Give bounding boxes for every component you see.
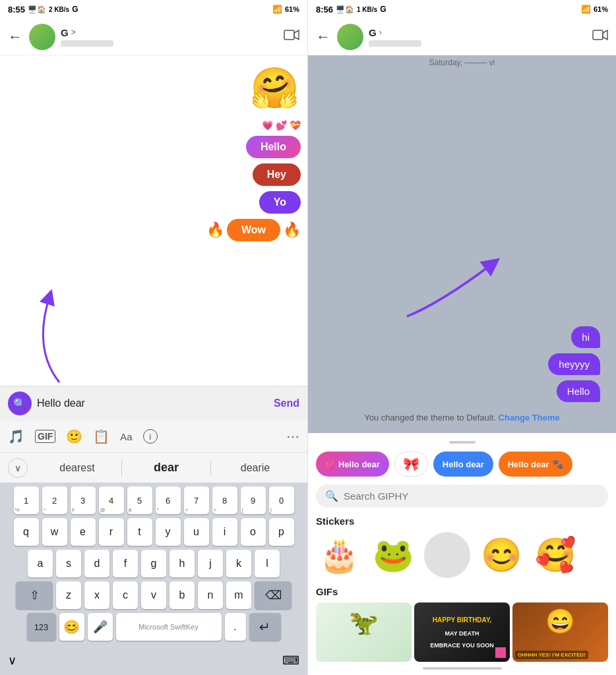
qr-hello-dear-orange[interactable]: Hello dear 🐾 (499, 452, 572, 477)
back-button[interactable]: ← (8, 28, 22, 45)
key-6[interactable]: 6* (156, 486, 181, 514)
qr-hello-dear-pink[interactable]: 💕 Hello dear (316, 452, 389, 477)
msg-hello: Hello (557, 380, 600, 402)
sticker-cake[interactable]: 🎂 (316, 532, 362, 578)
info-toolbar-icon[interactable]: i (143, 429, 158, 444)
theme-change-notice: You changed the theme to Default. Change… (308, 413, 616, 423)
key-c[interactable]: c (113, 581, 138, 609)
more-toolbar-icon[interactable]: ⋯ (286, 428, 299, 444)
quick-replies: 💕 Hello dear 🎀 Hello dear Hello dear 🐾 (308, 452, 616, 484)
key-backspace[interactable]: ⌫ (255, 581, 292, 609)
key-h[interactable]: h (169, 550, 195, 577)
key-9[interactable]: 9{ (241, 486, 266, 514)
key-0[interactable]: 0} (269, 486, 294, 514)
key-i[interactable]: i (212, 518, 237, 546)
key-r[interactable]: r (99, 518, 124, 546)
key-t[interactable]: t (127, 518, 152, 546)
key-period[interactable]: . (225, 613, 246, 641)
emoji-toolbar-icon[interactable]: 🙂 (66, 428, 82, 444)
right-back-button[interactable]: ← (316, 28, 330, 45)
sticker-wow[interactable]: Wow (227, 219, 280, 241)
key-return[interactable]: ↵ (249, 613, 281, 641)
key-z[interactable]: z (56, 581, 81, 609)
key-q[interactable]: q (14, 518, 39, 546)
autocomplete-left[interactable]: dearest (33, 462, 121, 474)
key-m[interactable]: m (226, 581, 251, 609)
key-1[interactable]: 1% (14, 486, 39, 514)
key-b[interactable]: b (169, 581, 195, 609)
key-k[interactable]: k (226, 550, 251, 577)
giphy-search-input[interactable] (344, 490, 599, 502)
keyboard-row-bottom: 123 😊 🎤 Microsoft SwiftKey . ↵ (3, 613, 305, 641)
left-avatar[interactable] (29, 24, 55, 50)
key-u[interactable]: u (184, 518, 209, 546)
key-w[interactable]: w (42, 518, 67, 546)
key-a[interactable]: a (28, 550, 53, 577)
key-n[interactable]: n (198, 581, 223, 609)
key-j[interactable]: j (198, 550, 223, 577)
key-123[interactable]: 123 (27, 613, 56, 641)
msg-hi-row: hi (308, 326, 616, 351)
autocomplete-expand[interactable]: ∨ (8, 458, 28, 478)
key-2[interactable]: 2^ (42, 486, 67, 514)
sticker-hey[interactable]: Hey (253, 163, 301, 186)
msg-heyyyy-row: heyyyy (308, 353, 616, 378)
gif-toolbar-icon[interactable]: GIF (35, 430, 55, 443)
key-g[interactable]: g (141, 550, 166, 577)
key-p[interactable]: p (269, 518, 294, 546)
key-8[interactable]: 8> (212, 486, 237, 514)
change-theme-link[interactable]: Change Theme (499, 413, 560, 423)
sticker-hello[interactable]: Hello (246, 136, 301, 158)
hide-keyboard-button[interactable]: ∨ (8, 653, 16, 668)
svg-rect-3 (593, 30, 603, 40)
key-f[interactable]: f (113, 550, 138, 577)
left-time: 8:55 (8, 5, 25, 15)
message-input[interactable] (37, 397, 268, 409)
gif-mascot[interactable]: 🦖 (316, 602, 412, 662)
msg-hello-row: Hello (308, 380, 616, 405)
qr-hello-dear-blue[interactable]: Hello dear (433, 452, 493, 477)
left-contact-name[interactable]: G (61, 27, 69, 38)
key-3[interactable]: 3# (71, 486, 96, 514)
key-e[interactable]: e (71, 518, 96, 546)
right-video-button[interactable] (592, 29, 608, 44)
text-toolbar-icon[interactable]: Aa (120, 431, 132, 442)
key-v[interactable]: v (141, 581, 166, 609)
key-y[interactable]: y (156, 518, 181, 546)
autocomplete-right[interactable]: dearie (211, 462, 299, 474)
sticker-frog[interactable]: 🐸 (370, 532, 416, 578)
key-mic[interactable]: 🎤 (88, 613, 113, 641)
key-l[interactable]: l (255, 550, 280, 577)
key-shift[interactable]: ⇧ (16, 581, 53, 609)
search-icon: 🔍 (13, 397, 26, 410)
key-4[interactable]: 4@ (99, 486, 124, 514)
key-space[interactable]: Microsoft SwiftKey (116, 613, 222, 641)
left-video-button[interactable] (284, 29, 299, 44)
sticker-yo[interactable]: Yo (259, 191, 301, 214)
key-d[interactable]: d (84, 550, 109, 577)
key-emoji[interactable]: 😊 (59, 613, 84, 641)
gif-excited[interactable]: 😄 OHHHH YES! I'M EXCITED! (512, 602, 608, 662)
right-avatar[interactable] (337, 24, 363, 50)
right-notification-icons: 🖥️🏠 (336, 5, 354, 14)
sticker-toolbar-icon[interactable]: 🎵 (8, 428, 24, 444)
gif-birthday[interactable]: HAPPY BIRTHDAY, MAY DEATH EMBRACE YOU SO… (414, 602, 510, 662)
search-giphy-button[interactable]: 🔍 (8, 392, 32, 415)
keyboard-bottom-bar: ∨ ⌨ (0, 649, 307, 675)
key-o[interactable]: o (241, 518, 266, 546)
qr-gift[interactable]: 🎀 (394, 452, 428, 477)
send-button[interactable]: Send (274, 397, 299, 409)
sticker-smile[interactable]: 😊 (478, 532, 524, 578)
left-carrier: G (72, 5, 78, 14)
sticker-wink[interactable]: 🥰 (532, 532, 578, 578)
left-toolbar: 🎵 GIF 🙂 📋 Aa i ⋯ (0, 421, 307, 452)
key-7[interactable]: 7< (184, 486, 209, 514)
key-s[interactable]: s (56, 550, 81, 577)
right-contact-name[interactable]: G (369, 27, 377, 38)
clipboard-toolbar-icon[interactable]: 📋 (93, 428, 109, 444)
key-x[interactable]: x (84, 581, 109, 609)
key-5[interactable]: 5& (127, 486, 152, 514)
right-top-bar: ← G › (308, 18, 616, 55)
autocomplete-main[interactable]: dear (122, 461, 210, 475)
keyboard-layout-icon[interactable]: ⌨ (282, 653, 299, 668)
